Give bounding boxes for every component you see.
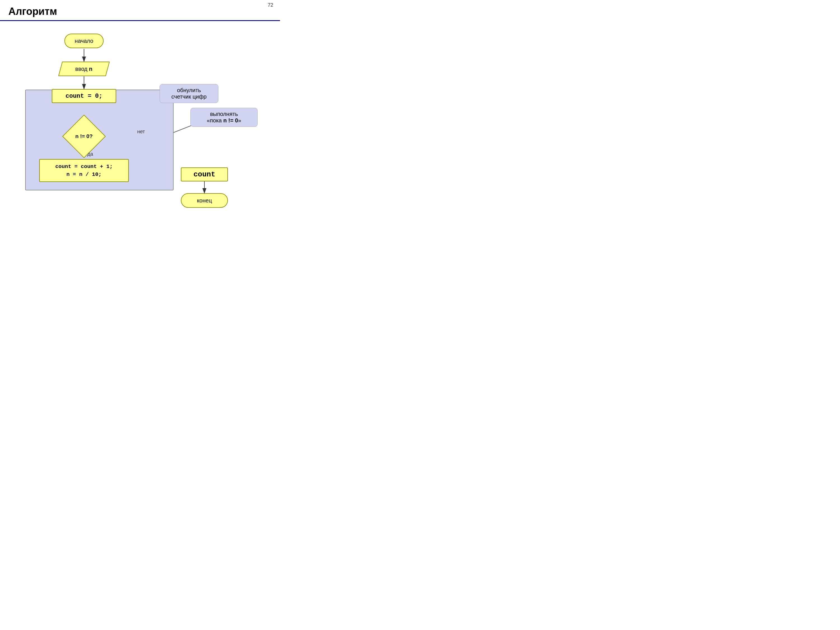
page-title: Алгоритм [8, 6, 57, 17]
condition-diamond: n != 0? [55, 124, 114, 149]
body-process: count = count + 1;n = n / 10; [39, 159, 129, 182]
input-parallelogram: ввод n [60, 62, 108, 76]
title-underline [0, 20, 280, 21]
no-label: нет [137, 129, 145, 135]
flowchart: начало ввод n count = 0; n != 0? count =… [8, 25, 272, 204]
count-init-process: count = 0; [52, 89, 116, 103]
output-process: count [181, 167, 228, 182]
page-number: 72 [268, 2, 273, 8]
start-terminal: начало [65, 33, 104, 48]
end-terminal: конец [181, 193, 228, 208]
comment-while-condition: выполнять«пока n != 0» [190, 108, 257, 127]
comment-reset-counter: обнулитьсчетчик цифр [159, 84, 218, 103]
yes-label: да [87, 151, 93, 157]
